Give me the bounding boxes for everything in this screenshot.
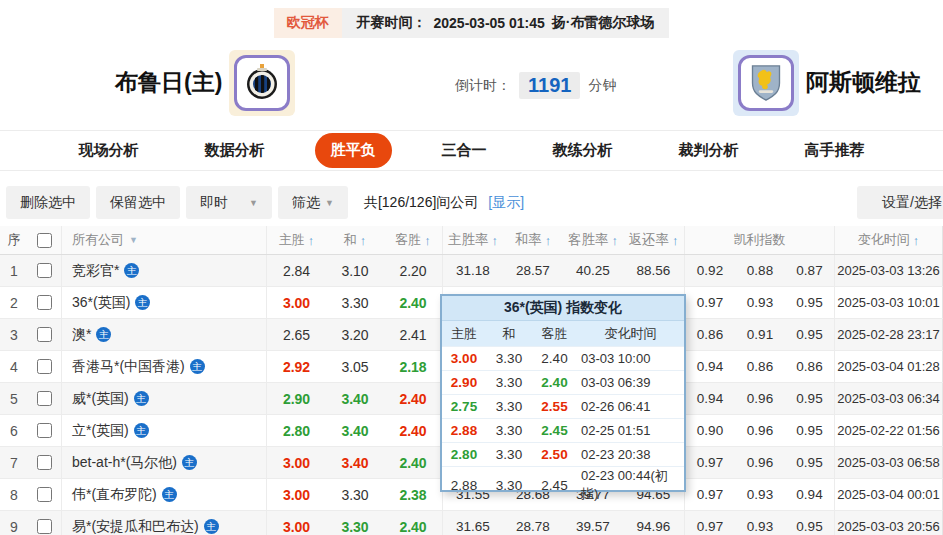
change-time: 2025-03-03 06:34 <box>835 383 943 414</box>
company-cell[interactable]: bet-at-h*(马尔他) 主 <box>61 447 267 478</box>
company-cell[interactable]: 澳* 主 <box>61 319 267 350</box>
row-checkbox[interactable] <box>37 295 52 310</box>
change-time: 2025-03-03 10:01 <box>835 287 943 318</box>
select-all-checkbox[interactable] <box>37 233 52 248</box>
popup-draw-odds: 3.30 <box>486 447 532 462</box>
company-cell[interactable]: 威*(英国) 主 <box>61 383 267 414</box>
row-checkbox[interactable] <box>37 391 52 406</box>
settings-select-button[interactable]: 设置/选择 <box>857 186 943 219</box>
home-badge-icon: 主 <box>162 487 177 502</box>
row-checkbox[interactable] <box>37 263 52 278</box>
header-home-rate[interactable]: 主胜率↑ <box>443 226 503 254</box>
countdown: 倒计时： 1191 分钟 <box>455 72 616 99</box>
row-checkbox[interactable] <box>37 519 52 534</box>
home-badge-icon: 主 <box>182 455 197 470</box>
tab[interactable]: 现场分析 <box>63 133 155 168</box>
popup-title: 36*(英国) 指数变化 <box>442 296 684 321</box>
countdown-unit: 分钟 <box>588 77 616 95</box>
tab[interactable]: 数据分析 <box>189 133 281 168</box>
sort-up-icon: ↑ <box>492 233 499 248</box>
row-checkbox[interactable] <box>37 455 52 470</box>
company-cell[interactable]: 伟*(直布罗陀) 主 <box>61 479 267 510</box>
company-name: 澳* <box>72 326 91 344</box>
sort-up-icon: ↑ <box>545 233 552 248</box>
kelly-home: 0.97 <box>685 511 735 535</box>
home-badge-icon: 主 <box>96 327 111 342</box>
table-header-row: 序 所有公司 ▼ 主胜↑ 和↑ 客胜↑ 主胜率↑ 和率↑ 客胜率↑ 返还率↑ 凯… <box>0 226 943 255</box>
away-team-name: 阿斯顿维拉 <box>806 67 921 98</box>
header-away-rate[interactable]: 客胜率↑ <box>563 226 623 254</box>
away-rate: 40.25 <box>563 255 623 286</box>
tab[interactable]: 教练分析 <box>537 133 629 168</box>
home-rate: 31.18 <box>443 255 503 286</box>
table-row: 1 竞彩官* 主 2.84 3.10 2.20 31.18 28.57 40.2… <box>0 255 943 287</box>
popup-draw-odds: 3.30 <box>486 478 532 493</box>
home-odds: 2.84 <box>267 255 326 286</box>
header-away-odds[interactable]: 客胜↑ <box>384 226 443 254</box>
home-badge-icon: 主 <box>190 359 205 374</box>
match-info-bar: 欧冠杯 开赛时间： 2025-03-05 01:45 扬·布雷德尔球场 <box>274 8 670 38</box>
draw-odds: 3.20 <box>326 319 384 350</box>
draw-odds: 3.30 <box>326 287 384 318</box>
away-odds: 2.40 <box>384 287 443 318</box>
tab[interactable]: 高手推荐 <box>789 133 881 168</box>
row-checkbox[interactable] <box>37 359 52 374</box>
company-cell[interactable]: 香港马*(中国香港) 主 <box>61 351 267 382</box>
header-company[interactable]: 所有公司 ▼ <box>61 226 267 254</box>
sort-up-icon: ↑ <box>913 233 920 248</box>
home-odds: 2.90 <box>267 383 326 414</box>
kelly-home: 0.94 <box>685 383 735 414</box>
company-name: 威*(英国) <box>72 390 129 408</box>
header-draw-rate[interactable]: 和率↑ <box>503 226 563 254</box>
header-return-rate[interactable]: 返还率↑ <box>623 226 685 254</box>
popup-row: 2.88 3.30 2.45 02-25 01:51 <box>442 418 684 442</box>
kelly-away: 0.95 <box>785 447 835 478</box>
row-number: 4 <box>0 351 28 382</box>
table-toolbar: 删除选中 保留选中 即时 ▼ 筛选 ▼ 共[126/126]间公司 [显示] <box>6 186 524 219</box>
row-number: 1 <box>0 255 28 286</box>
home-odds: 3.00 <box>267 447 326 478</box>
popup-home-odds: 2.75 <box>442 399 486 414</box>
kelly-home: 0.90 <box>685 415 735 446</box>
change-time: 2025-02-22 01:56 <box>835 415 943 446</box>
kelly-away: 0.95 <box>785 511 835 535</box>
row-number: 5 <box>0 383 28 414</box>
kelly-draw: 0.91 <box>735 319 785 350</box>
delete-selected-button[interactable]: 删除选中 <box>6 186 90 219</box>
header-change-time[interactable]: 变化时间↑ <box>835 226 943 254</box>
company-name: 易*(安提瓜和巴布达) <box>72 518 199 535</box>
odds-mode-dropdown[interactable]: 即时 ▼ <box>186 186 272 219</box>
header-home-odds[interactable]: 主胜↑ <box>267 226 326 254</box>
company-cell[interactable]: 竞彩官* 主 <box>61 255 267 286</box>
keep-selected-button[interactable]: 保留选中 <box>96 186 180 219</box>
popup-draw-odds: 3.30 <box>486 399 532 414</box>
kelly-home: 0.97 <box>685 447 735 478</box>
tab[interactable]: 三合一 <box>426 133 503 168</box>
home-team-logo <box>229 50 295 116</box>
popup-header-away: 客胜 <box>532 325 577 343</box>
kelly-away: 0.87 <box>785 255 835 286</box>
chevron-down-icon: ▼ <box>249 198 258 208</box>
filter-dropdown[interactable]: 筛选 ▼ <box>278 186 348 219</box>
change-time: 2025-03-04 01:28 <box>835 351 943 382</box>
tab[interactable]: 胜平负 <box>315 133 392 168</box>
draw-rate: 28.57 <box>503 255 563 286</box>
venue: 扬·布雷德尔球场 <box>552 14 655 32</box>
header-kelly: 凯利指数 <box>685 226 835 254</box>
tab[interactable]: 裁判分析 <box>663 133 755 168</box>
show-companies-link[interactable]: [显示] <box>488 194 524 212</box>
company-cell[interactable]: 36*(英国) 主 <box>61 287 267 318</box>
row-checkbox[interactable] <box>37 487 52 502</box>
kickoff-label: 开赛时间： <box>357 14 427 32</box>
header-draw-odds[interactable]: 和↑ <box>326 226 384 254</box>
row-checkbox[interactable] <box>37 327 52 342</box>
company-cell[interactable]: 易*(安提瓜和巴布达) 主 <box>61 511 267 535</box>
kelly-home: 0.92 <box>685 255 735 286</box>
company-cell[interactable]: 立*(英国) 主 <box>61 415 267 446</box>
popup-change-time: 02-26 06:41 <box>577 399 684 414</box>
header-seq: 序 <box>0 226 28 254</box>
away-odds: 2.18 <box>384 351 443 382</box>
popup-row: 2.88 3.30 2.45 02-23 00:44(初指) <box>442 466 684 490</box>
row-checkbox[interactable] <box>37 423 52 438</box>
popup-change-time: 02-23 20:38 <box>577 447 684 462</box>
